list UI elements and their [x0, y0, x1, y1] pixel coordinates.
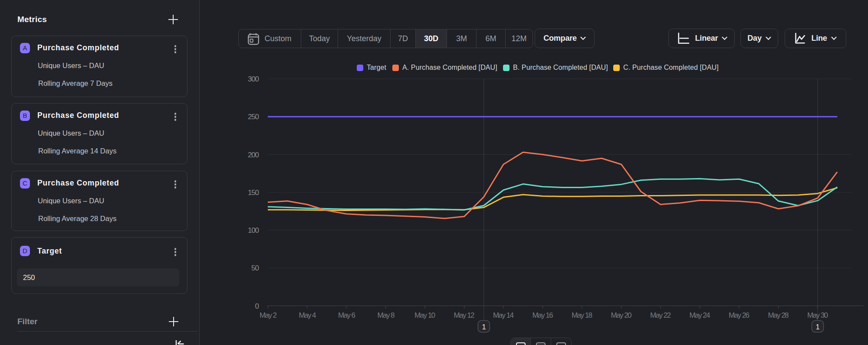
svg-text:50: 50: [251, 264, 259, 272]
svg-text:0: 0: [255, 302, 259, 310]
svg-text:May 8: May 8: [378, 311, 395, 319]
svg-text:100: 100: [248, 226, 259, 234]
svg-text:1: 1: [482, 323, 486, 331]
svg-text:May 6: May 6: [338, 311, 355, 319]
svg-text:May 16: May 16: [533, 311, 553, 319]
svg-text:May 30: May 30: [807, 311, 828, 319]
svg-text:May 18: May 18: [572, 311, 592, 319]
svg-text:1: 1: [816, 323, 820, 331]
svg-text:250: 250: [248, 113, 259, 121]
svg-text:May 28: May 28: [768, 311, 789, 319]
svg-text:May 10: May 10: [414, 311, 435, 319]
svg-text:May 20: May 20: [611, 311, 632, 319]
svg-text:300: 300: [248, 75, 259, 83]
svg-text:May 2: May 2: [260, 311, 277, 319]
svg-text:May 24: May 24: [690, 311, 710, 319]
svg-text:May 14: May 14: [493, 311, 514, 319]
svg-text:May 22: May 22: [650, 311, 671, 319]
svg-text:150: 150: [248, 189, 259, 197]
svg-text:May 4: May 4: [299, 311, 316, 319]
svg-text:200: 200: [248, 151, 259, 159]
svg-text:May 12: May 12: [454, 311, 475, 319]
svg-text:May 26: May 26: [729, 311, 750, 319]
